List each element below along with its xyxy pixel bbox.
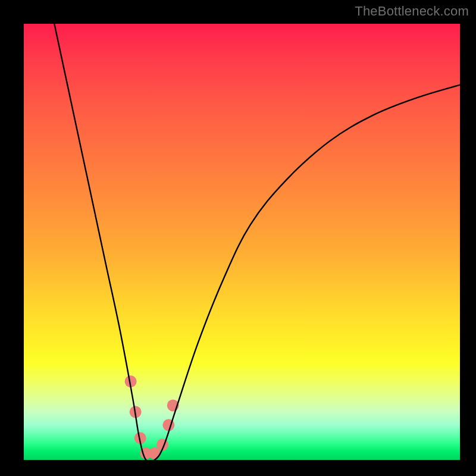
chart-frame: TheBottleneck.com [0,0,476,476]
plot-area [24,24,460,460]
watermark-text: TheBottleneck.com [355,4,469,19]
bottleneck-curve [54,24,460,462]
curve-svg [24,24,460,460]
markers-group [125,375,179,459]
